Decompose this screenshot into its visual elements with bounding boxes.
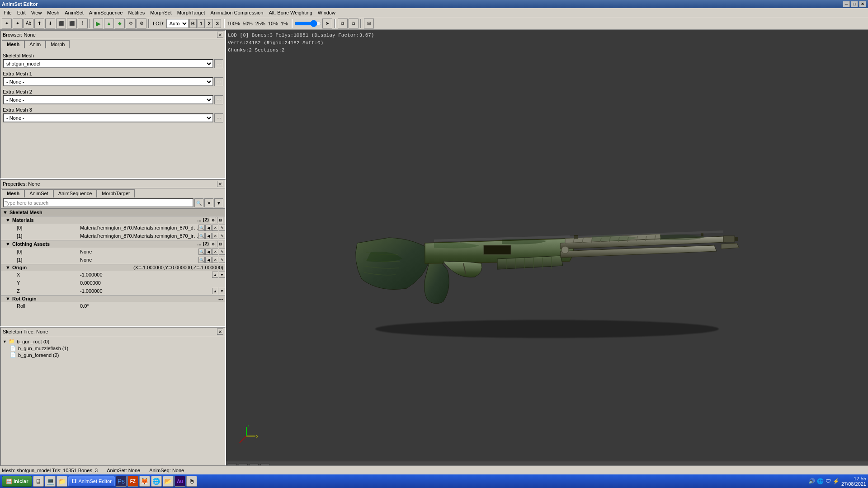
maximize-button[interactable]: □ — [851, 1, 858, 7]
menu-view[interactable]: View — [28, 9, 45, 16]
extra-mesh-1-dropdown[interactable]: - None - — [3, 77, 213, 86]
taskbar-app[interactable]: 🖱 — [186, 476, 197, 487]
search-button[interactable]: 🔍 — [194, 198, 203, 207]
origin-x-down[interactable]: ▼ — [219, 272, 225, 278]
toolbar-btn-last[interactable]: ⊟ — [364, 19, 374, 28]
mat-1-find[interactable]: 🔍 — [198, 233, 205, 239]
cloth-0-edit[interactable]: ✎ — [219, 249, 225, 255]
menu-morphtarget[interactable]: MorphTarget — [175, 9, 208, 16]
menu-morphset[interactable]: MorphSet — [147, 9, 175, 16]
browser-tab-mesh[interactable]: Mesh — [2, 40, 24, 48]
taskbar-explorer[interactable]: 📂 — [163, 476, 174, 487]
tray-icon-2[interactable]: 🌐 — [817, 478, 824, 484]
mat-0-clear[interactable]: ✕ — [212, 225, 218, 231]
toolbar-btn-2[interactable]: ✦ — [13, 19, 23, 28]
menu-window[interactable]: Window — [315, 9, 338, 16]
search-options-btn[interactable]: ▼ — [214, 198, 223, 207]
search-clear-btn[interactable]: ✕ — [204, 198, 213, 207]
toolbar-btn-4[interactable]: ⬆ — [34, 19, 44, 28]
clothing-action-2[interactable]: ⊟ — [217, 241, 223, 247]
props-tab-morphtarget[interactable]: MorphTarget — [97, 189, 135, 197]
start-button[interactable]: 🪟 Iniciar — [2, 476, 32, 487]
mat-1-use[interactable]: ◀ — [205, 233, 212, 239]
taskbar-filezilla[interactable]: FZ — [127, 476, 138, 487]
materials-section-header[interactable]: ▼ Materials ... (2) ⊕ ⊟ — [1, 216, 225, 224]
cloth-1-find[interactable]: 🔍 — [198, 257, 205, 263]
taskbar-animset-editor[interactable]: 🎞 AnimSet Editor — [68, 476, 114, 486]
props-tab-animset[interactable]: AnimSet — [24, 189, 53, 197]
toolbar-btn-7[interactable]: ⬛ — [67, 19, 77, 28]
toolbar-btn-triangle[interactable]: ▲ — [104, 19, 114, 28]
toolbar-btn-play[interactable]: ▶ — [93, 19, 103, 28]
extra-mesh-3-btn[interactable]: ⋯ — [214, 113, 223, 122]
taskbar-firefox[interactable]: 🦊 — [139, 476, 150, 487]
clothing-row-1[interactable]: [1] None 🔍 ◀ ✕ ✎ — [1, 256, 225, 264]
taskbar-sysicon[interactable]: 🖥 — [33, 476, 44, 487]
toolbar-btn-8[interactable]: ! — [78, 19, 88, 28]
material-row-0[interactable]: [0] Material'remington_870.Materials.rem… — [1, 224, 225, 232]
rot-origin-section-header[interactable]: ▼ Rot Origin --- — [1, 295, 225, 302]
viewport[interactable]: LOD [0] Bones:3 Polys:10851 (Display Fac… — [226, 30, 868, 474]
lod-num-3[interactable]: 3 — [214, 19, 221, 28]
origin-z-down[interactable]: ▼ — [219, 288, 225, 294]
taskbar-folder[interactable]: 📁 — [57, 476, 67, 487]
bone-foreend-row[interactable]: 📄 b_gun_foreend (2) — [3, 352, 223, 358]
mat-0-find[interactable]: 🔍 — [198, 225, 205, 231]
origin-section-header[interactable]: ▼ Origin (X=-1.000000,Y=0.000000,Z=-1.00… — [1, 264, 225, 271]
search-input[interactable] — [3, 198, 193, 207]
lod-dropdown[interactable]: Auto — [166, 19, 189, 28]
toolbar-btn-complex[interactable]: ⚙ — [126, 19, 136, 28]
taskbar-photoshop[interactable]: Ps — [116, 476, 127, 487]
tray-icon-1[interactable]: 🔊 — [808, 478, 815, 484]
skeletal-mesh-btn[interactable]: ⋯ — [214, 59, 223, 68]
clothing-section-header[interactable]: ▼ Clothing Assets ... (2) ⊕ ⊟ — [1, 240, 225, 248]
mat-1-edit[interactable]: ✎ — [219, 233, 225, 239]
toolbar-btn-1[interactable]: ✦ — [2, 19, 12, 28]
taskbar-audition[interactable]: Au — [175, 476, 185, 487]
bone-root-expand[interactable]: ▼ — [3, 339, 7, 344]
clothing-action-1[interactable]: ⊕ — [210, 241, 216, 247]
mat-0-use[interactable]: ◀ — [205, 225, 212, 231]
lod-num-1[interactable]: 1 — [198, 19, 205, 28]
origin-x-up[interactable]: ▲ — [212, 272, 218, 278]
mat-1-clear[interactable]: ✕ — [212, 233, 218, 239]
toolbar-btn-5[interactable]: ⬇ — [45, 19, 55, 28]
clothing-row-0[interactable]: [0] None 🔍 ◀ ✕ ✎ — [1, 248, 225, 256]
tray-icon-3[interactable]: 🛡 — [826, 478, 831, 484]
menu-alt-bone[interactable]: Alt. Bone Weighting — [266, 9, 315, 16]
props-tab-animsequence[interactable]: AnimSequence — [53, 189, 97, 197]
toolbar-btn-3[interactable]: Ab — [24, 19, 33, 28]
menu-notifies[interactable]: Notifies — [125, 9, 147, 16]
menu-file[interactable]: File — [1, 9, 14, 16]
toolbar-btn-arrow[interactable]: ➤ — [322, 19, 332, 28]
cloth-0-use[interactable]: ◀ — [205, 249, 212, 255]
browser-tab-anim[interactable]: Anim — [24, 40, 46, 48]
origin-z-row[interactable]: Z -1.000000 ▲ ▼ — [1, 287, 225, 295]
cloth-0-clear[interactable]: ✕ — [212, 249, 218, 255]
material-row-1[interactable]: [1] Material'remington_870.Materials.rem… — [1, 232, 225, 240]
origin-x-row[interactable]: X -1.000000 ▲ ▼ — [1, 271, 225, 279]
bone-muzzle-row[interactable]: 📄 b_gun_muzzleflash (1) — [3, 345, 223, 352]
mat-0-edit[interactable]: ✎ — [219, 225, 225, 231]
browser-tab-morph[interactable]: Morph — [46, 40, 70, 48]
menu-animation-compression[interactable]: Animation Compression — [208, 9, 266, 16]
lod-num-2[interactable]: 2 — [206, 19, 213, 28]
toolbar-btn-diamond[interactable]: ◆ — [115, 19, 125, 28]
skeletal-mesh-dropdown[interactable]: shotgun_model — [3, 59, 213, 68]
origin-z-up[interactable]: ▲ — [212, 288, 218, 294]
toolbar-btn-copy[interactable]: ⧉ — [338, 19, 348, 28]
extra-mesh-1-btn[interactable]: ⋯ — [214, 77, 223, 86]
close-button[interactable]: ✕ — [859, 1, 866, 7]
skeletal-mesh-section-header[interactable]: ▼ Skeletal Mesh — [1, 209, 225, 216]
lod-slider[interactable] — [294, 20, 321, 27]
cloth-1-use[interactable]: ◀ — [205, 257, 212, 263]
toolbar-btn-6[interactable]: ⬛ — [56, 19, 66, 28]
cloth-1-clear[interactable]: ✕ — [212, 257, 218, 263]
extra-mesh-2-dropdown[interactable]: - None - — [3, 95, 213, 104]
extra-mesh-2-btn[interactable]: ⋯ — [214, 95, 223, 104]
materials-action-1[interactable]: ⊕ — [210, 217, 216, 223]
toolbar-btn-complex2[interactable]: ⚙ — [137, 19, 146, 28]
menu-mesh[interactable]: Mesh — [44, 9, 62, 16]
menu-animsequence[interactable]: AnimSequence — [86, 9, 126, 16]
roll-row[interactable]: Roll 0.0° — [1, 302, 225, 310]
